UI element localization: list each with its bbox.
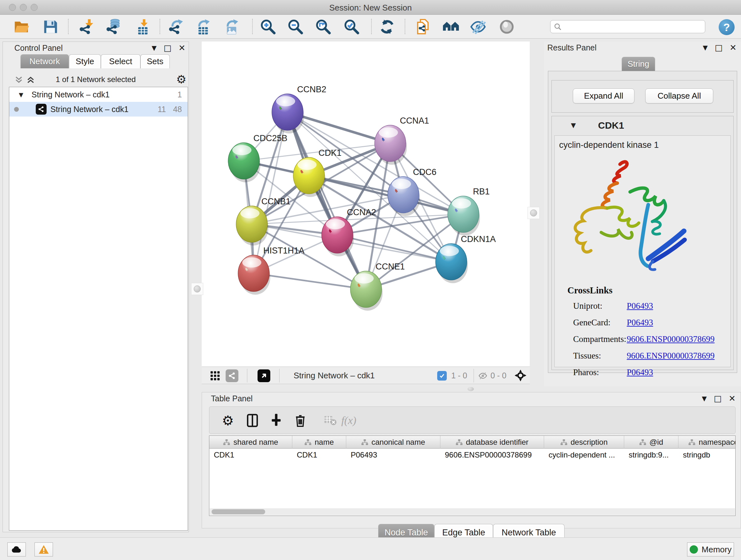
column-header-shared-name[interactable]: shared name — [209, 436, 292, 449]
column-header--id[interactable]: @id — [624, 436, 678, 449]
home-icon[interactable] — [443, 18, 459, 35]
expand-all-button[interactable]: Expand All — [573, 88, 634, 104]
save-session-icon[interactable] — [42, 18, 59, 35]
network-node-ccnb2[interactable]: CCNB2 — [272, 84, 327, 133]
network-row[interactable]: String Network – cdk1 11 48 — [9, 102, 188, 117]
zoom-fit-icon[interactable] — [315, 18, 332, 35]
column-header-database-identifier[interactable]: database identifier — [441, 436, 544, 449]
crosslink-link[interactable]: P06493 — [627, 368, 653, 377]
import-table-icon[interactable] — [134, 18, 151, 35]
application-window: Session: New Session ? Control Panel ▼ □… — [0, 0, 741, 560]
column-header-canonical-name[interactable]: canonical name — [346, 436, 441, 449]
panel-menu-icon[interactable]: ▼ — [703, 44, 708, 51]
clone-network-icon[interactable] — [414, 18, 431, 35]
network-tree: ▼ String Network – cdk1 1 String Network… — [9, 87, 188, 531]
panel-float-icon[interactable]: □ — [715, 43, 723, 52]
grid-view-icon[interactable] — [209, 369, 221, 382]
import-network-icon[interactable] — [78, 18, 95, 35]
refresh-icon[interactable] — [379, 18, 395, 35]
tab-style[interactable]: Style — [69, 54, 101, 68]
tab-string[interactable]: String — [622, 57, 655, 71]
panel-menu-icon[interactable]: ▼ — [702, 395, 706, 402]
gear-icon[interactable]: ⚙ — [176, 73, 186, 86]
export-table-icon[interactable] — [194, 18, 211, 35]
function-builder-icon[interactable]: f(x) — [340, 412, 357, 429]
table-cell[interactable]: stringdb:9... — [624, 449, 678, 461]
network-node-hist1h1a[interactable]: HIST1H1A — [238, 246, 305, 295]
export-image-icon[interactable] — [223, 18, 239, 35]
node-label: CCNE1 — [376, 262, 405, 271]
add-column-icon[interactable] — [268, 412, 284, 429]
panel-close-icon[interactable]: ✕ — [729, 394, 736, 403]
network-edge[interactable] — [287, 112, 366, 289]
open-session-icon[interactable] — [13, 18, 30, 35]
warning-status-button[interactable] — [35, 543, 53, 557]
table-header-row: shared namenamecanonical namedatabase id… — [209, 436, 736, 449]
network-node-cdk1[interactable]: CDK1 — [293, 148, 341, 197]
cloud-status-button[interactable] — [7, 543, 26, 557]
table-cell[interactable]: cyclin-dependent ... — [544, 449, 624, 461]
crosslink-label: Pharos: — [573, 368, 599, 377]
search-box — [550, 20, 705, 33]
network-node-rb1[interactable]: RB1 — [448, 187, 490, 236]
entry-collapse-icon[interactable]: ▼ — [571, 121, 576, 129]
network-node-ccne1[interactable]: CCNE1 — [350, 262, 405, 311]
hide-eye-icon[interactable] — [470, 18, 486, 35]
crosslink-link[interactable]: 9606.ENSP00000378699 — [627, 334, 715, 344]
column-header-description[interactable]: description — [544, 436, 624, 449]
panel-close-icon[interactable]: ✕ — [730, 43, 737, 52]
column-header-namespace[interactable]: namespace — [678, 436, 736, 449]
column-header-name[interactable]: name — [292, 436, 346, 449]
zoom-out-icon[interactable] — [287, 18, 304, 35]
panel-close-icon[interactable]: ✕ — [179, 43, 185, 53]
bottom-splitter-handle[interactable] — [468, 387, 474, 391]
import-database-icon[interactable] — [105, 18, 122, 35]
panel-float-icon[interactable]: □ — [714, 394, 722, 403]
sphere-eye-icon[interactable] — [498, 18, 515, 35]
panel-menu-icon[interactable]: ▼ — [151, 44, 156, 52]
cdk1-entry: ▼ CDK1 cyclin-dependent kinase 1 — [551, 116, 734, 370]
show-columns-icon[interactable] — [244, 412, 261, 429]
table-cell[interactable]: 9606.ENSP00000378699 — [441, 449, 544, 461]
export-network-icon[interactable] — [167, 18, 184, 35]
help-icon[interactable]: ? — [719, 19, 735, 35]
network-edge[interactable] — [254, 273, 366, 289]
node-label: CCNB2 — [297, 84, 327, 94]
table-cell[interactable]: stringdb — [678, 449, 736, 461]
warning-icon — [38, 545, 49, 554]
selected-checkbox-icon[interactable] — [437, 371, 447, 381]
right-splitter-handle[interactable] — [528, 207, 540, 219]
delete-table-icon[interactable] — [322, 412, 339, 429]
collapse-all-button[interactable]: Collapse All — [645, 88, 713, 104]
tree-expand-icon[interactable]: ▼ — [19, 91, 23, 98]
zoom-in-icon[interactable] — [260, 18, 276, 35]
table-settings-gear-icon[interactable]: ⚙ — [219, 412, 236, 429]
network-node-ccna1[interactable]: CCNA1 — [375, 116, 429, 165]
crosslink-link[interactable]: 9606.ENSP00000378699 — [627, 351, 715, 361]
tab-select[interactable]: Select — [101, 54, 140, 68]
left-splitter-handle[interactable] — [191, 283, 203, 295]
table-row[interactable]: CDK1CDK1P064939606.ENSP00000378699cyclin… — [209, 449, 736, 461]
tab-network[interactable]: Network — [20, 54, 69, 68]
fit-content-icon[interactable] — [514, 369, 527, 382]
network-collection-row[interactable]: ▼ String Network – cdk1 1 — [9, 87, 188, 102]
memory-button[interactable]: Memory — [687, 543, 734, 557]
network-node-cdkn1a[interactable]: CDKN1A — [435, 234, 496, 283]
share-view-icon[interactable] — [226, 369, 239, 382]
hidden-eye-icon — [478, 371, 488, 381]
zoom-selected-icon[interactable] — [343, 18, 360, 35]
panel-float-icon[interactable]: □ — [164, 43, 172, 53]
birdseye-view-icon[interactable] — [258, 369, 270, 382]
table-cell[interactable]: CDK1 — [209, 449, 292, 461]
network-canvas[interactable]: CCNB2CCNA1CDC25BCDK1CDC6RB1CCNB1CCNA2CDK… — [202, 42, 530, 367]
cdk1-entry-header[interactable]: ▼ CDK1 — [552, 116, 733, 135]
table-cell[interactable]: CDK1 — [292, 449, 346, 461]
crosslink-link[interactable]: P06493 — [627, 301, 653, 311]
table-cell[interactable]: P06493 — [346, 449, 441, 461]
window-title: Session: New Session — [0, 3, 741, 13]
horizontal-scrollbar[interactable] — [210, 508, 735, 515]
search-input[interactable] — [562, 21, 705, 32]
crosslink-link[interactable]: P06493 — [627, 318, 653, 327]
delete-column-trash-icon[interactable] — [292, 412, 309, 429]
tab-sets[interactable]: Sets — [140, 54, 170, 68]
